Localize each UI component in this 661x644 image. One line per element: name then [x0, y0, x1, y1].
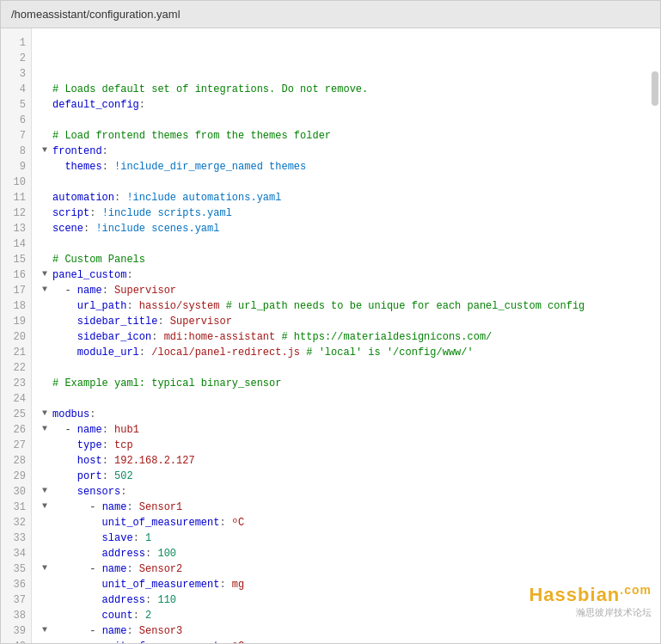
token: mdi:home-assistant [164, 329, 282, 345]
fold-indicator[interactable]: ▼ [42, 500, 52, 512]
token: slave [102, 531, 133, 546]
token: 192.168.2.127 [114, 453, 195, 469]
fold-indicator[interactable]: ▼ [42, 484, 52, 497]
editor-window: /homeassistant/configuration.yaml 123456… [0, 0, 661, 644]
line-number: 20 [8, 329, 26, 345]
line-number: 37 [8, 592, 26, 608]
indent [52, 577, 102, 592]
line-number: 38 [8, 608, 26, 623]
indent [52, 283, 64, 298]
token: frontend [52, 144, 102, 159]
indent [52, 608, 102, 623]
token: mg [232, 577, 244, 592]
indent [52, 314, 77, 329]
line-number: 28 [8, 453, 26, 469]
code-line [42, 391, 650, 407]
token: Supervisor [170, 314, 232, 329]
code-line: unit_of_measurement: mg [42, 577, 650, 592]
fold-indicator[interactable]: ▼ [42, 144, 52, 156]
fold-indicator [42, 391, 52, 404]
code-line: ▼ - name: Sensor1 [42, 500, 650, 515]
token: : [102, 438, 114, 453]
code-content[interactable]: # Loads default set of integrations. Do … [32, 28, 660, 643]
token: panel_custom [52, 267, 126, 283]
token: module_url [77, 345, 139, 360]
code-line: scene: !include scenes.yaml [42, 221, 650, 236]
token: tcp [114, 438, 133, 453]
token: modbus [52, 407, 89, 422]
code-line: module_url: /local/panel-redirect.js # '… [42, 345, 650, 360]
indent [52, 531, 102, 546]
code-line [42, 360, 650, 376]
code-line: ▼ - name: Sensor3 [42, 623, 650, 639]
fold-indicator[interactable]: ▼ [42, 561, 52, 574]
indent [52, 345, 77, 360]
line-number: 25 [8, 407, 26, 422]
code-line: themes: !include_dir_merge_named themes [42, 159, 650, 175]
fold-indicator [42, 329, 52, 342]
indent [52, 469, 77, 484]
line-number: 35 [8, 561, 26, 577]
token: - [89, 561, 101, 577]
token: script [52, 205, 89, 221]
fold-indicator [42, 236, 52, 249]
token: /local/panel-redirect.js [151, 345, 306, 360]
token: : [102, 453, 114, 469]
scrollbar-thumb[interactable] [652, 71, 658, 106]
indent [52, 515, 102, 531]
indent [52, 592, 102, 608]
line-number: 39 [8, 623, 26, 639]
fold-indicator [42, 592, 52, 605]
token: : [139, 97, 145, 113]
line-number: 31 [8, 500, 26, 515]
token: Sensor2 [139, 561, 182, 577]
token: !include_dir_merge_named themes [114, 159, 306, 175]
code-line: address: 100 [42, 546, 650, 561]
token: themes [64, 159, 101, 175]
token: : [219, 515, 231, 531]
fold-indicator [42, 113, 52, 126]
line-number: 6 [8, 113, 26, 128]
code-line: ▼ - name: Supervisor [42, 283, 650, 298]
fold-indicator[interactable]: ▼ [42, 422, 52, 435]
indent [52, 561, 89, 577]
fold-indicator [42, 66, 52, 79]
token: : [102, 159, 114, 175]
fold-indicator[interactable]: ▼ [42, 267, 52, 280]
line-number: 14 [8, 236, 26, 252]
token: Supervisor [114, 283, 176, 298]
line-number: 40 [8, 639, 26, 643]
token: Sensor3 [139, 623, 182, 639]
editor-area[interactable]: 1234567891011121314151617181920212223242… [1, 28, 660, 643]
fold-indicator[interactable]: ▼ [42, 407, 52, 420]
line-number: 11 [8, 190, 26, 205]
line-number: 16 [8, 267, 26, 283]
indent [52, 159, 64, 175]
token: : [145, 592, 157, 608]
line-number: 33 [8, 531, 26, 546]
fold-indicator [42, 515, 52, 528]
token: default_config [52, 97, 139, 113]
token: address [102, 546, 145, 561]
file-path: /homeassistant/configuration.yaml [11, 8, 181, 21]
token: unit_of_measurement [102, 639, 220, 643]
fold-indicator [42, 345, 52, 358]
fold-indicator[interactable]: ▼ [42, 283, 52, 296]
fold-indicator [42, 159, 52, 172]
token: name [102, 623, 127, 639]
token: 1 [145, 531, 151, 546]
token: 100 [157, 546, 176, 561]
fold-indicator[interactable]: ▼ [42, 623, 52, 636]
indent [52, 298, 77, 314]
token: count [102, 608, 133, 623]
token: : [145, 546, 157, 561]
fold-indicator [42, 608, 52, 621]
fold-indicator [42, 546, 52, 559]
fold-indicator [42, 205, 52, 218]
token: name [102, 500, 127, 515]
line-number: 24 [8, 391, 26, 407]
indent [52, 329, 77, 345]
token: : [126, 500, 138, 515]
line-number: 10 [8, 175, 26, 190]
code-line [42, 236, 650, 252]
